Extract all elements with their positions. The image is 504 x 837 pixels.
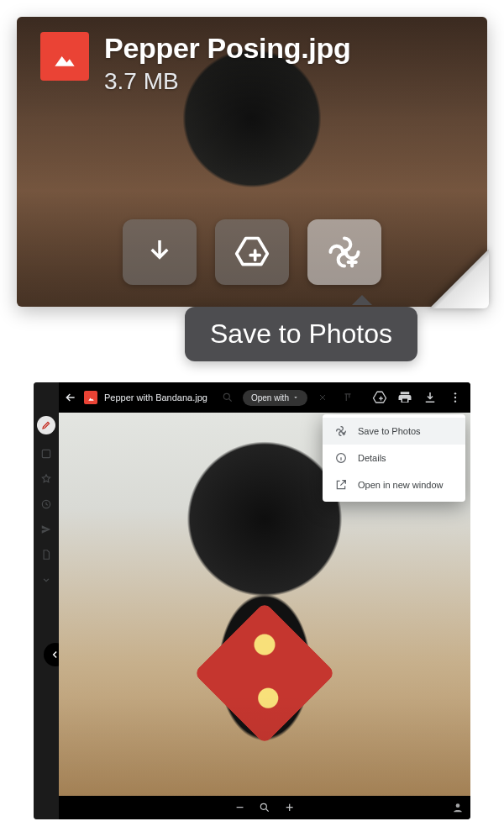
viewer-filename: Pepper with Bandana.jpg	[104, 392, 207, 403]
inbox-icon[interactable]	[40, 448, 52, 460]
zoom-bar: − +	[59, 796, 470, 819]
save-to-photos-button[interactable]	[307, 219, 381, 285]
menu-open-new-window[interactable]: Open in new window	[323, 471, 465, 498]
zoom-out-button[interactable]: −	[236, 801, 244, 814]
attachment-filename: Pepper Posing.jpg	[104, 32, 350, 65]
menu-item-label: Save to Photos	[358, 426, 421, 436]
save-to-drive-button[interactable]	[215, 219, 289, 285]
svg-point-3	[454, 392, 456, 394]
svg-rect-0	[42, 450, 50, 457]
star-icon[interactable]	[40, 473, 52, 485]
file-icon[interactable]	[40, 549, 52, 561]
save-to-photos-tooltip: Save to Photos	[185, 307, 417, 361]
print-icon[interactable]	[395, 387, 415, 408]
attachment-header: Pepper Posing.jpg 3.7 MB	[40, 32, 350, 95]
close-icon[interactable]	[312, 387, 333, 408]
save-to-drive-icon[interactable]	[370, 387, 390, 408]
account-icon[interactable]	[452, 802, 464, 813]
menu-item-label: Details	[358, 453, 386, 463]
zoom-in-button[interactable]: +	[286, 801, 293, 814]
menu-item-label: Open in new window	[358, 480, 444, 490]
info-icon	[334, 451, 348, 465]
svg-point-7	[260, 803, 266, 809]
back-button[interactable]	[62, 391, 79, 404]
more-button[interactable]	[445, 387, 465, 408]
compose-button[interactable]	[37, 416, 55, 434]
svg-point-8	[456, 803, 460, 808]
svg-point-4	[454, 397, 456, 398]
svg-point-2	[223, 393, 229, 399]
open-with-dropdown[interactable]: Open with	[243, 390, 307, 406]
image-preview-viewer: Pepper with Bandana.jpg Open with	[34, 382, 470, 819]
menu-save-to-photos[interactable]: Save to Photos	[323, 418, 465, 445]
text-icon[interactable]	[338, 387, 358, 408]
clock-icon[interactable]	[40, 498, 52, 510]
download-icon[interactable]	[420, 387, 440, 408]
attachment-card: Pepper Posing.jpg 3.7 MB	[17, 17, 487, 307]
attachment-filesize: 3.7 MB	[104, 68, 350, 95]
download-button[interactable]	[123, 219, 197, 285]
send-icon[interactable]	[40, 524, 52, 535]
open-with-label: Open with	[251, 393, 289, 403]
photos-pinwheel-icon	[334, 424, 348, 438]
search-icon[interactable]	[218, 387, 238, 408]
left-rail	[34, 382, 59, 819]
expand-icon[interactable]	[40, 574, 52, 586]
attachment-actions	[17, 219, 487, 285]
svg-point-5	[454, 400, 456, 402]
menu-details[interactable]: Details	[323, 445, 465, 471]
open-external-icon	[334, 478, 348, 492]
viewer-toolbar: Pepper with Bandana.jpg Open with	[59, 382, 470, 413]
image-file-icon	[84, 391, 97, 404]
image-file-icon	[40, 32, 89, 81]
page-curl-decoration	[430, 250, 489, 308]
more-menu: Save to Photos Details Open in new windo…	[323, 414, 465, 502]
zoom-reset-button[interactable]	[259, 802, 270, 813]
